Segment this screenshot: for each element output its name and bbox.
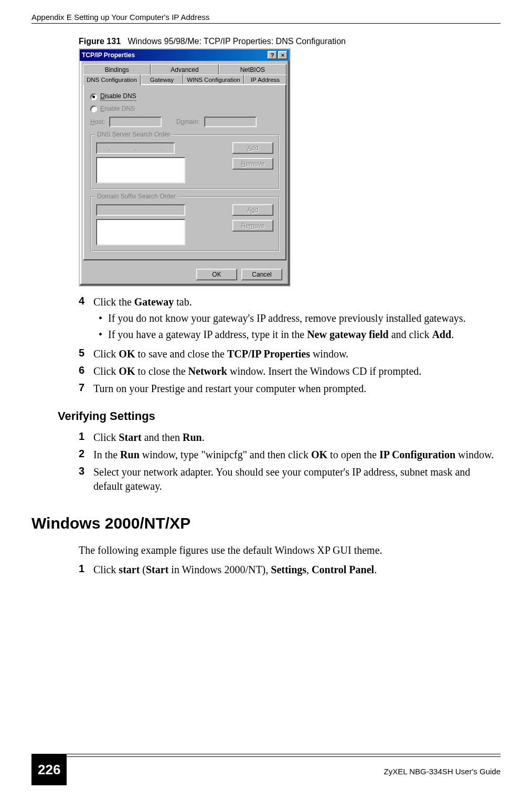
dns-group-label: DNS Server Search Order [95, 131, 172, 138]
suffix-list[interactable] [96, 219, 185, 245]
t: Add [432, 329, 451, 340]
suffix-add-button[interactable]: Add [232, 204, 273, 216]
dns-add-button[interactable]: Add [232, 142, 273, 154]
t: and then [142, 431, 183, 443]
t: In the [93, 449, 120, 460]
steps-list-a: 4 Click the Gateway tab. •If you do not … [79, 295, 495, 396]
step-num: 1 [79, 430, 93, 445]
tab-row-back: Bindings Advanced NetBIOS [83, 64, 286, 75]
t: to save and close the [135, 348, 227, 360]
radio-disable-label: Disable DNS [100, 92, 136, 101]
figure-caption: Figure 131 Windows 95/98/Me: TCP/IP Prop… [79, 37, 495, 46]
radio-disable-dns[interactable] [90, 93, 97, 100]
dns-list[interactable] [96, 157, 185, 183]
step-1: 1 Click Start and then Run. [79, 430, 495, 445]
tab-advanced[interactable]: Advanced [151, 64, 218, 75]
step-5: 5 Click OK to save and close the TCP/IP … [79, 347, 495, 361]
tab-row-front: DNS Configuration Gateway WINS Configura… [83, 75, 286, 85]
radio-enable-dns[interactable] [90, 106, 97, 112]
t: . [202, 431, 205, 443]
cancel-button[interactable]: Cancel [241, 269, 282, 280]
t: If you do not know your gateway's IP add… [108, 311, 466, 325]
step-num: 5 [79, 347, 93, 361]
tab-gateway[interactable]: Gateway [141, 75, 183, 85]
dns-ip-input[interactable]: ... [96, 142, 175, 154]
step-num: 7 [79, 382, 93, 396]
step-num: 6 [79, 364, 93, 378]
figure-label: Figure 131 [79, 37, 121, 46]
page-content: Figure 131 Windows 95/98/Me: TCP/IP Prop… [79, 37, 495, 582]
t: tab. [174, 296, 191, 308]
page-header: Appendix E Setting up Your Computer's IP… [31, 13, 501, 22]
suffix-remove-button[interactable]: Remove [232, 220, 273, 231]
section-intro: The following example figures use the de… [79, 543, 495, 557]
dns-remove-button[interactable]: Remove [232, 158, 273, 170]
help-button[interactable]: ? [268, 51, 277, 59]
tab-bindings[interactable]: Bindings [83, 64, 151, 75]
tab-dns-config[interactable]: DNS Configuration [83, 75, 141, 85]
t: If you have a gateway IP address, type i… [108, 329, 307, 340]
step-2: 2 In the Run window, type "winipcfg" and… [79, 448, 495, 462]
guide-name: ZyXEL NBG-334SH User's Guide [384, 767, 501, 776]
step-1c: 1 Click start (Start in Windows 2000/NT)… [79, 563, 495, 577]
domain-label: Domain: [176, 118, 200, 125]
t: ( [140, 564, 146, 575]
t: to close the [135, 365, 188, 377]
ok-button[interactable]: OK [196, 269, 237, 280]
figure-caption-text: Windows 95/98/Me: TCP/IP Properties: DNS… [127, 37, 346, 46]
steps-list-b: 1 Click Start and then Run. 2 In the Run… [79, 430, 495, 493]
t: Click [93, 365, 119, 377]
bullet: •If you do not know your gateway's IP ad… [99, 311, 495, 325]
t: . [374, 564, 377, 575]
tab-netbios[interactable]: NetBIOS [219, 64, 286, 75]
dialog-titlebar: TCP/IP Properties ? × [80, 49, 290, 61]
step-6: 6 Click OK to close the Network window. … [79, 364, 495, 378]
page-number: 226 [31, 754, 67, 785]
verify-heading: Verifying Settings [58, 409, 495, 423]
t: Settings [271, 564, 306, 575]
tcpip-dialog: TCP/IP Properties ? × Bindings Advanced … [79, 48, 291, 287]
t: Run [183, 431, 202, 443]
t: Click [93, 431, 119, 443]
domain-input[interactable] [204, 117, 257, 127]
suffix-input[interactable] [96, 204, 185, 216]
section-heading: Windows 2000/NT/XP [31, 514, 495, 532]
t: Start [119, 431, 141, 443]
t: window. [310, 348, 348, 360]
t: Run [120, 449, 140, 460]
host-input[interactable] [109, 117, 162, 127]
t: Network [188, 365, 227, 377]
t: and click [389, 329, 432, 340]
t: OK [119, 365, 135, 377]
t: Click [93, 564, 119, 575]
tab-wins[interactable]: WINS Configuration [183, 75, 244, 85]
suffix-group-label: Domain Suffix Search Order [95, 193, 178, 200]
suffix-search-group: Domain Suffix Search Order Add Remove [90, 196, 279, 251]
t: IP Configuration [379, 449, 455, 460]
tab-ip-address[interactable]: IP Address [244, 75, 286, 85]
step-num: 3 [79, 465, 93, 493]
t: window. [455, 449, 494, 460]
dns-search-group: DNS Server Search Order ... Add Remove [90, 134, 279, 189]
t: in Windows 2000/NT), [168, 564, 271, 575]
t: Click [93, 348, 119, 360]
step-3: 3 Select your network adapter. You shoul… [79, 465, 495, 493]
close-button[interactable]: × [278, 51, 288, 59]
host-label: Host: [90, 118, 105, 125]
t: . [451, 329, 454, 340]
t: OK [311, 449, 327, 460]
bullet: • If you have a gateway IP address, type… [99, 328, 495, 342]
tab-panel: Disable DNS Enable DNS Host: Domain: DNS [83, 84, 286, 260]
t: Gateway [134, 296, 174, 308]
t: Control Panel [312, 564, 374, 575]
step-num: 2 [79, 448, 93, 462]
t: , [306, 564, 312, 575]
steps-list-c: 1 Click start (Start in Windows 2000/NT)… [79, 563, 495, 577]
t: TCP/IP Properties [227, 348, 310, 360]
t: to open the [327, 449, 379, 460]
header-rule [31, 23, 501, 24]
dialog-title: TCP/IP Properties [82, 51, 135, 59]
t: Start [146, 564, 168, 575]
step-7: 7 Turn on your Prestige and restart your… [79, 382, 495, 396]
t: New gateway field [307, 329, 389, 340]
